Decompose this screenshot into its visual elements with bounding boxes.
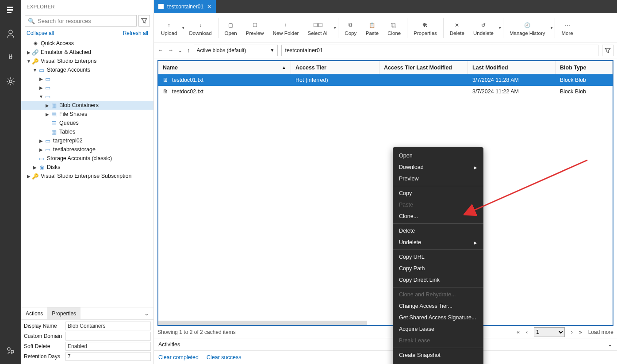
search-filter-button[interactable] (138, 15, 150, 27)
ctx-download[interactable]: Download▸ (393, 161, 483, 173)
tree-testlabress[interactable]: ▶▭testlabresstorage (21, 145, 153, 154)
load-more-link[interactable]: Load more (588, 329, 613, 335)
collapse-all-link[interactable]: Collapse all (27, 30, 54, 36)
tree-quick-access[interactable]: ✴Quick Access (21, 39, 153, 48)
delete-button[interactable]: ✕Delete (445, 15, 469, 41)
pager-prev-icon[interactable]: ‹ (526, 329, 528, 335)
ctx-delete[interactable]: Delete (393, 225, 483, 237)
explorer-activity-icon[interactable] (4, 4, 17, 16)
col-access-tier[interactable]: Access Tier (291, 61, 379, 74)
tree-storage-item-1[interactable]: ▶▭ (21, 74, 153, 83)
tree-disks[interactable]: ▶◉Disks (21, 163, 153, 172)
close-tab-icon[interactable]: ✕ (207, 4, 211, 10)
tree-vs-subscription[interactable]: ▶🔑Visual Studio Enterprise Subscription (21, 172, 153, 180)
ctx-acquire-lease[interactable]: Acquire Lease (393, 323, 483, 335)
tree-emulator[interactable]: ▶🔗Emulator & Attached (21, 48, 153, 57)
col-access-tier-modified[interactable]: Access Tier Last Modified (379, 61, 468, 74)
upload-button[interactable]: ↑Upload (157, 15, 181, 41)
open-button[interactable]: ▢Open (220, 15, 241, 41)
prop-value-display-name[interactable] (65, 322, 151, 330)
tree-queues[interactable]: ☰Queues (21, 119, 153, 127)
ctx-copy[interactable]: Copy (393, 188, 483, 199)
ctx-change-access-tier[interactable]: Change Access Tier... (393, 300, 483, 312)
ctx-create-snapshot[interactable]: Create Snapshot (393, 349, 483, 361)
search-input[interactable]: 🔍 Search for resources (25, 15, 137, 27)
svg-point-4 (9, 80, 12, 83)
svg-point-5 (8, 348, 10, 350)
select-all-dropdown-icon[interactable]: ▾ (334, 26, 336, 30)
tab-actions[interactable]: Actions (21, 307, 47, 319)
toolbar: ↑Upload▾ ↓Download ▢Open ☐Preview ＋New F… (154, 13, 617, 42)
properties-menu-dropdown[interactable]: ⌄ (140, 310, 153, 317)
nav-dropdown-icon[interactable]: ⌄ (178, 47, 183, 54)
nav-up-icon[interactable]: ↑ (187, 47, 190, 54)
submenu-arrow-icon: ▸ (474, 239, 477, 246)
manage-history-dropdown-icon[interactable]: ▾ (551, 26, 553, 30)
select-all-button[interactable]: ☐☐Select All (303, 15, 333, 41)
tree-storage-item-2[interactable]: ▶▭ (21, 83, 153, 92)
search-icon: 🔍 (28, 18, 35, 24)
copy-button[interactable]: ⧉Copy (340, 15, 361, 41)
refresh-all-link[interactable]: Refresh all (123, 30, 148, 36)
tree-file-shares[interactable]: ▶▤File Shares (21, 110, 153, 119)
undelete-dropdown-icon[interactable]: ▾ (499, 26, 501, 30)
new-folder-button[interactable]: ＋New Folder (268, 15, 303, 41)
explorer-panel: EXPLORER 🔍 Search for resources Collapse… (21, 0, 154, 364)
activities-collapse-icon[interactable]: ⌄ (608, 341, 613, 348)
ctx-open[interactable]: Open (393, 150, 483, 161)
ctx-clone[interactable]: Clone... (393, 211, 483, 222)
pager-page-select[interactable]: 1 (534, 327, 565, 337)
connect-icon[interactable] (4, 51, 17, 64)
tree-tables[interactable]: ▦Tables (21, 127, 153, 136)
ctx-manage-history[interactable]: Manage History▸ (393, 361, 483, 364)
tree-blob-containers[interactable]: ▶▥Blob Containers (21, 101, 153, 110)
file-icon: 🗎 (163, 88, 169, 95)
pager-next-icon[interactable]: › (571, 329, 573, 335)
settings-gear-icon[interactable] (4, 75, 17, 88)
undelete-button[interactable]: ↺Undelete (469, 15, 498, 41)
path-input[interactable]: testcontainer01 (281, 45, 599, 56)
svg-point-6 (11, 350, 14, 353)
col-name[interactable]: Name▲ (158, 61, 291, 74)
tree-storage-classic[interactable]: ▭Storage Accounts (classic) (21, 154, 153, 163)
prop-value-custom-domain[interactable] (65, 332, 151, 341)
horizontal-scrollbar[interactable] (158, 321, 367, 325)
prop-value-retention[interactable] (65, 352, 151, 361)
view-filter-button[interactable] (602, 45, 613, 56)
tree-vs-enterprise[interactable]: ▼🔑Visual Studio Enterpris (21, 57, 153, 65)
ctx-preview[interactable]: Preview (393, 173, 483, 184)
properties-panel: Actions Properties ⌄ Display Name Custom… (21, 307, 153, 364)
clear-completed-link[interactable]: Clear completed (158, 354, 199, 360)
feedback-icon[interactable] (4, 345, 17, 357)
manage-history-button[interactable]: 🕘Manage History (505, 15, 550, 41)
account-icon[interactable] (4, 27, 17, 40)
tree-storage-accounts[interactable]: ▼▭Storage Accounts (21, 65, 153, 74)
col-last-modified[interactable]: Last Modified (468, 61, 556, 74)
tab-properties[interactable]: Properties (47, 307, 80, 319)
nav-forward-icon[interactable]: → (168, 47, 173, 54)
container-tab[interactable]: testcontainer01 ✕ (154, 0, 216, 13)
pager-last-icon[interactable]: » (579, 329, 582, 335)
pager-first-icon[interactable]: « (517, 329, 520, 335)
download-button[interactable]: ↓Download (184, 15, 216, 41)
sort-asc-icon: ▲ (282, 65, 286, 70)
table-row[interactable]: 🗎testdoc02.txt 3/7/2024 11:22 AM Block B… (158, 86, 613, 97)
nav-back-icon[interactable]: ← (157, 47, 163, 54)
more-button[interactable]: ⋯More (557, 15, 578, 41)
clear-successful-link[interactable]: Clear success (207, 354, 241, 360)
properties-button[interactable]: 🛠Properties (409, 15, 441, 41)
ctx-undelete[interactable]: Undelete▸ (393, 237, 483, 248)
clone-button[interactable]: ⿻Clone (383, 15, 405, 41)
table-row[interactable]: 🗎testdoc01.txt Hot (inferred) 3/7/2024 1… (158, 74, 613, 86)
ctx-copy-path[interactable]: Copy Path (393, 263, 483, 274)
col-blob-type[interactable]: Blob Type (556, 61, 613, 74)
tree-storage-item-3[interactable]: ▼▭ (21, 92, 153, 101)
paste-button[interactable]: 📋Paste (361, 15, 383, 41)
preview-button[interactable]: ☐Preview (241, 15, 268, 41)
ctx-get-sas[interactable]: Get Shared Access Signature... (393, 312, 483, 323)
ctx-copy-url[interactable]: Copy URL (393, 251, 483, 263)
prop-value-soft-delete[interactable] (65, 342, 151, 351)
tree-targetrepl[interactable]: ▶▭targetrepl02 (21, 136, 153, 145)
ctx-copy-direct-link[interactable]: Copy Direct Link (393, 274, 483, 286)
view-select[interactable]: Active blobs (default)▼ (194, 45, 278, 56)
